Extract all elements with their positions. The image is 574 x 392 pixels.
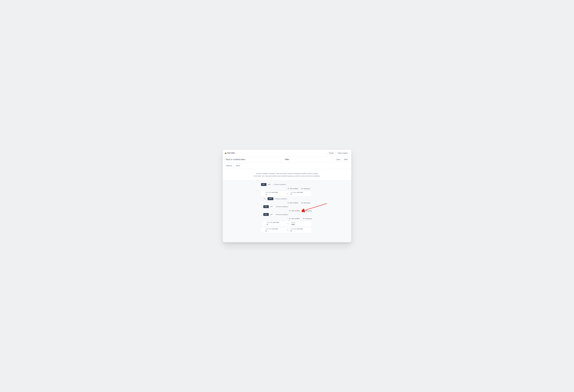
add-condition-button[interactable]: Add condition <box>288 209 301 212</box>
condition-left: COLUMNDATETIME K <box>266 228 284 232</box>
match-toggle-nested-3: ALL ANY <box>263 213 275 216</box>
toggle-all[interactable]: ALL <box>262 197 268 200</box>
condition-row[interactable]: COLUMNDATETIME A = COLUMNDATETIME P <box>261 191 311 196</box>
chevron-left-icon: ‹ <box>225 158 226 160</box>
brand-logo-icon <box>225 152 226 154</box>
filter-stack: ALL ONE of these conditions Add conditio… <box>261 183 313 233</box>
description-line-1: Add and configure conditions. Only rows … <box>226 173 348 175</box>
condition-right: COLUMNDATETIME P <box>291 192 309 195</box>
app-window: REFORM Tutorial Help & support ‹ Back to… <box>223 150 351 242</box>
move-button[interactable]: Move <box>234 164 241 167</box>
plus-icon <box>289 218 290 219</box>
condition-left-value: A <box>266 194 284 195</box>
help-support-button[interactable]: Help & support <box>336 151 349 155</box>
add-group-icon <box>303 210 305 212</box>
match-label: of these conditions <box>276 206 288 207</box>
add-condition-button[interactable]: Add condition <box>286 201 300 204</box>
brand-name: REFORM <box>227 152 235 154</box>
add-group-icon <box>302 188 303 189</box>
tutorial-button[interactable]: Tutorial <box>327 151 335 155</box>
condition-left: COLUMNDATETIME N <box>267 222 285 225</box>
toggle-any[interactable]: ANY <box>269 213 274 216</box>
condition-row[interactable]: COLUMNDATETIME N = VALUE 1000 <box>262 221 311 227</box>
breadcrumb-label: Back to «Untitled table» <box>226 158 246 160</box>
add-group-button[interactable]: Add group <box>300 187 311 190</box>
add-group-icon <box>302 202 303 204</box>
condition-right-value: 1000 <box>291 224 309 225</box>
group-nested-3: ALL ANY of these conditions Add conditio… <box>263 213 313 220</box>
operator-equals: = <box>287 223 289 225</box>
condition-left-value: N <box>267 224 285 225</box>
toggle-all[interactable]: ALL <box>263 205 269 208</box>
condition-right-value: D <box>291 230 309 232</box>
plus-icon <box>289 210 290 212</box>
toggle-any[interactable]: ANY <box>269 205 274 208</box>
topbar: REFORM Tutorial Help & support <box>223 150 351 157</box>
add-group-icon <box>303 218 305 219</box>
toggle-any[interactable]: ANY <box>267 197 273 200</box>
condition-left-value: K <box>266 230 284 232</box>
match-toggle-nested-1: ALL ANY <box>262 197 273 200</box>
condition-row[interactable]: COLUMNDATETIME K = COLUMNDATETIME D <box>261 227 311 233</box>
group-nested-2: ALL ANY of these conditions Add conditio… <box>263 205 313 212</box>
toggle-all[interactable]: ALL <box>263 213 269 216</box>
add-condition-button[interactable]: Add condition <box>286 187 300 190</box>
condition-right-value: P <box>291 194 309 195</box>
topbar-actions: Tutorial Help & support <box>327 151 349 155</box>
group-nested-1: ALL ANY of these conditions Add conditio… <box>262 197 311 204</box>
match-label: of these conditions <box>273 184 286 185</box>
match-label: of these conditions <box>275 198 287 200</box>
condition-right: VALUE 1000 <box>291 222 309 225</box>
back-breadcrumb[interactable]: ‹ Back to «Untitled table» <box>225 158 246 160</box>
group-root: ALL ONE of these conditions Add conditio… <box>261 183 311 190</box>
brand: REFORM <box>225 152 235 154</box>
filter-canvas: ALL ONE of these conditions Add conditio… <box>223 180 351 242</box>
toggle-all[interactable]: ALL <box>261 183 266 186</box>
match-toggle-nested-2: ALL ANY <box>263 205 275 208</box>
toggle-one[interactable]: ONE <box>266 183 272 186</box>
plus-icon <box>287 188 289 189</box>
condition-right: COLUMNDATETIME D <box>291 228 309 232</box>
add-group-button[interactable]: Add group <box>302 209 313 212</box>
plus-icon <box>287 202 289 204</box>
match-toggle-root: ALL ONE <box>261 183 272 186</box>
history-actions: Undo Redo <box>335 158 349 161</box>
add-group-button[interactable]: Add group <box>302 217 313 220</box>
add-group-button[interactable]: Add group <box>300 201 311 204</box>
add-condition-button[interactable]: Add condition <box>288 217 301 220</box>
description-line-2: in this table. You may add conditions an… <box>226 175 348 177</box>
toolbar: Remove Move <box>223 163 351 169</box>
match-label: of these conditions <box>276 214 288 216</box>
description: Add and configure conditions. Only rows … <box>223 169 351 180</box>
condition-left: COLUMNDATETIME A <box>266 192 284 195</box>
operator-equals: = <box>286 229 289 231</box>
undo-button[interactable]: Undo <box>335 158 342 161</box>
subheader: ‹ Back to «Untitled table» FIlter Undo R… <box>223 157 351 163</box>
redo-button[interactable]: Redo <box>342 158 349 161</box>
remove-button[interactable]: Remove <box>225 164 233 167</box>
page-title: FIlter <box>285 158 289 160</box>
operator-equals: = <box>286 193 289 195</box>
